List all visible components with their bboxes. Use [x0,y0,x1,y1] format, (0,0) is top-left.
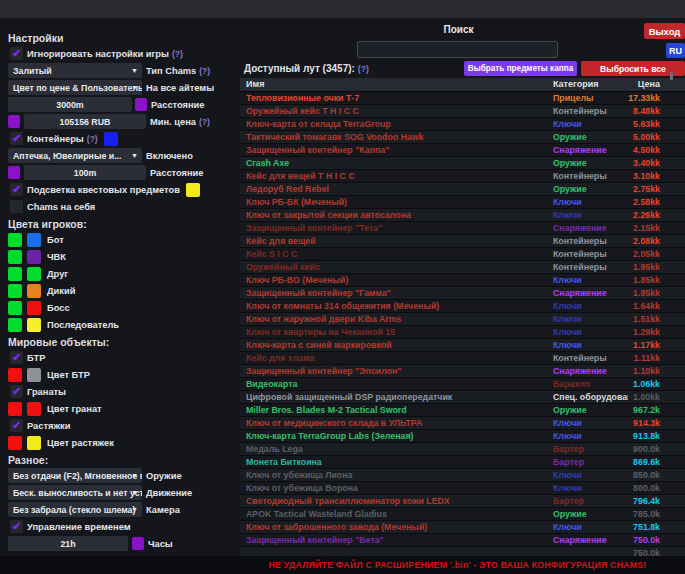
table-row[interactable]: Кейс для вещей T H I C CКонтейнеры3.10kk [240,170,685,183]
table-row[interactable]: Crash AxeОружие3.40kk [240,157,685,170]
dropdown-value: Цвет по цене & Пользователь [13,83,142,93]
language-button[interactable]: RU [666,43,685,58]
color-swatch[interactable] [8,115,20,128]
color-swatch[interactable] [27,233,41,247]
table-row[interactable]: Защищенный контейнер "Бета"Снаряжение750… [240,534,685,547]
setting-ignore-game-settings[interactable]: ✔ Игнорировать настройки игры (?) [8,46,238,61]
search-label: Поиск [357,24,560,35]
setting-quest-highlight[interactable]: ✔ Подсветка квестовых предметов [8,182,238,197]
color-swatch[interactable] [27,436,41,450]
color-swatch[interactable] [27,318,41,332]
weapon-dropdown[interactable]: Без отдачи (F2), Мгновенное п▼ [8,468,142,483]
setting-tripwires[interactable]: ✔ Растяжки [8,418,238,433]
distance-input[interactable]: 3000m [8,97,132,112]
dropdown-value: Залитый [13,66,52,76]
column-header-category[interactable]: Категория [546,78,628,91]
min-price-input[interactable]: 105156 RUB [24,114,146,129]
player-color-label: Друг [47,269,68,279]
table-row[interactable]: Ключ от убежища ЛионаКлючи850.0k [240,469,685,482]
color-swatch[interactable] [27,250,41,264]
table-row[interactable]: Цифровой защищенный DSP радиопередатчикС… [240,391,685,404]
setting-containers[interactable]: ✔ Контейнеры (?) [8,131,238,146]
table-row[interactable]: Тепловизионные очки Т-7Прицелы17.33kk [240,92,685,105]
table-row[interactable]: Ключ от убежища ВоронаКлючи800.0k [240,482,685,495]
table-row[interactable]: Оружейный кейс T H I C CКонтейнеры8.48kk [240,105,685,118]
setting-chams-self[interactable]: Chams на себя [8,199,238,214]
table-row[interactable]: Ключ от медицинского склада в УЛЬТРАКлюч… [240,417,685,430]
color-swatch[interactable] [8,318,22,332]
table-row[interactable]: Ключ-карта с синей маркировкойКлючи1.17k… [240,339,685,352]
color-swatch[interactable] [8,402,22,416]
movement-dropdown[interactable]: Беск. выносливость и нет уста▼ [8,485,142,500]
scrollbar-thumb[interactable] [670,72,673,80]
checkbox-checked[interactable]: ✔ [10,419,23,432]
checkbox-checked[interactable]: ✔ [10,385,23,398]
table-row[interactable]: Ключ от комнаты 314 общежития (Меченый)К… [240,300,685,313]
table-row[interactable]: ВидеокартаБарахло1.06kk [240,378,685,391]
color-swatch[interactable] [8,233,22,247]
checkbox-unchecked[interactable] [10,200,23,213]
table-row[interactable]: Ключ от квартиры на Чеканной 15Ключи1.29… [240,326,685,339]
table-row[interactable]: Ключ РБ-БК (Меченый)Ключи2.58kk [240,196,685,209]
table-row[interactable]: Ключ-карта от склада TerraGroupКлючи5.63… [240,118,685,131]
setting-time-control[interactable]: ✔ Управление временем [8,519,238,534]
table-row[interactable]: Ключ от закрытой секции автосалонаКлючи2… [240,209,685,222]
chams-type-dropdown[interactable]: Залитый▼ [8,63,142,78]
help-hint: (?) [199,117,210,127]
table-row[interactable]: Miller Bros. Blades M-2 Tactical SwordОр… [240,404,685,417]
checkbox-checked[interactable]: ✔ [10,520,23,533]
color-swatch[interactable] [27,267,41,281]
table-row[interactable]: Кейс для вещейКонтейнеры2.08kk [240,235,685,248]
checkbox-checked[interactable]: ✔ [10,183,23,196]
table-row[interactable]: Защищенный контейнер "Тета"Снаряжение2.1… [240,222,685,235]
item-name: Медаль Lega [240,443,546,455]
table-row[interactable]: Ключ от заброшенного завода (Меченый)Клю… [240,521,685,534]
color-swatch[interactable] [27,301,41,315]
column-header-price[interactable]: Цена [628,78,685,91]
color-swatch[interactable] [186,183,200,197]
color-swatch[interactable] [8,250,22,264]
table-row[interactable]: Защищенный контейнер "Каппа"Снаряжение4.… [240,144,685,157]
table-row[interactable]: Ледоруб Red RebelОружие2.75kk [240,183,685,196]
table-row[interactable]: Ключ от наружной двери Kiba ArmsКлючи1.5… [240,313,685,326]
all-items-dropdown[interactable]: Цвет по цене & Пользователь▼ [8,80,142,95]
checkbox-checked[interactable]: ✔ [10,351,23,364]
exit-button[interactable]: Выход [644,23,685,39]
select-kappa-items-button[interactable]: Выбрать предметы каппа [464,61,577,76]
column-header-name[interactable]: Имя [240,78,546,91]
containers-filter-dropdown[interactable]: Аптечка, Ювелирные и...▼ [8,148,142,163]
table-row[interactable]: Кейс S I C CКонтейнеры2.05kk [240,248,685,261]
table-row[interactable]: Медаль LegaБартер900.0k [240,443,685,456]
table-row[interactable]: Ключ-карта TerraGroup Labs (Зеленая)Ключ… [240,430,685,443]
table-row[interactable]: Монета БиткоинаБартер869.6k [240,456,685,469]
color-swatch[interactable] [8,267,22,281]
checkbox-checked[interactable]: ✔ [10,47,23,60]
color-swatch[interactable] [27,402,41,416]
setting-grenades[interactable]: ✔ Гранаты [8,384,238,399]
camera-dropdown[interactable]: Без забрала (стекло шлема)▼ [8,502,142,517]
color-swatch[interactable] [27,284,41,298]
color-swatch[interactable] [8,301,22,315]
table-row[interactable]: Светодиодный трансиллюминатор кожи LEDXБ… [240,495,685,508]
table-row[interactable]: Тактический томагавк SOG Voodoo HawkОруж… [240,131,685,144]
table-row[interactable]: Защищенный контейнер "Гамма"Снаряжение1.… [240,287,685,300]
color-swatch[interactable] [104,132,118,146]
search-input[interactable] [357,41,558,58]
table-row[interactable]: Оружейный кейсКонтейнеры1.95kk [240,261,685,274]
color-swatch[interactable] [8,436,22,450]
color-swatch[interactable] [27,368,41,382]
table-row[interactable]: Кейс для хламаКонтейнеры1.11kk [240,352,685,365]
color-swatch[interactable] [132,537,144,550]
checkbox-checked[interactable]: ✔ [10,132,23,145]
color-swatch[interactable] [135,98,147,111]
table-row[interactable]: Ключ РБ-ВО (Меченый)Ключи1.85kk [240,274,685,287]
table-row[interactable]: Защищенный контейнер "Эпсилон"Снаряжение… [240,365,685,378]
color-swatch[interactable] [8,284,22,298]
hours-input[interactable]: 21h [8,536,128,551]
color-swatch[interactable] [8,166,20,179]
table-row[interactable]: APOK Tactical Wasteland GladiusОружие785… [240,508,685,521]
setting-btr[interactable]: ✔ БТР [8,350,238,365]
color-swatch[interactable] [8,368,22,382]
dropdown-value: Без отдачи (F2), Мгновенное п [13,471,142,481]
containers-distance-input[interactable]: 100m [24,165,146,180]
